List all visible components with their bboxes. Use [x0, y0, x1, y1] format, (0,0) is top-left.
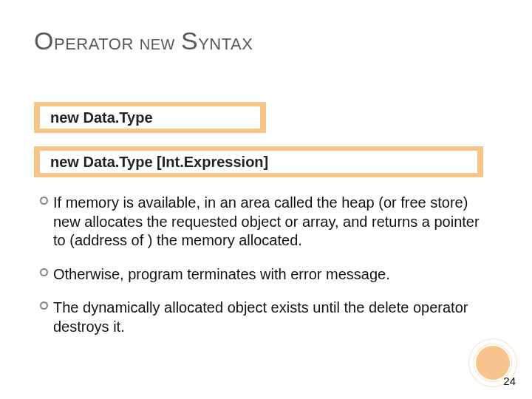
title-part3-rest: YNTAX	[198, 35, 253, 53]
list-item: If memory is available, in an area calle…	[34, 194, 492, 250]
bullet-list: If memory is available, in an area calle…	[34, 194, 492, 352]
title-part2: NEW	[140, 36, 175, 52]
page-number: 24	[503, 375, 516, 387]
syntax-box-2: new Data.Type [Int.Expression]	[34, 146, 483, 177]
title-part1-drop: O	[34, 27, 54, 55]
list-item: Otherwise, program terminates with error…	[34, 265, 492, 284]
bullet-marker-icon	[34, 194, 53, 205]
bullet-marker-icon	[34, 265, 53, 276]
title-part1-rest: PERATOR	[54, 35, 134, 53]
bullet-marker-icon	[34, 299, 53, 310]
bullet-text: Otherwise, program terminates with error…	[53, 265, 390, 284]
slide-title: OPERATOR NEW SYNTAX	[34, 27, 253, 55]
title-part3-drop: S	[181, 27, 198, 55]
bullet-text: If memory is available, in an area calle…	[53, 194, 492, 250]
bullet-text: The dynamically allocated object exists …	[53, 299, 492, 336]
list-item: The dynamically allocated object exists …	[34, 299, 492, 336]
syntax-text-2: new Data.Type [Int.Expression]	[50, 154, 268, 171]
syntax-box-1: new Data.Type	[34, 102, 266, 133]
syntax-text-1: new Data.Type	[50, 109, 153, 126]
slide: OPERATOR NEW SYNTAX new Data.Type new Da…	[0, 0, 532, 399]
